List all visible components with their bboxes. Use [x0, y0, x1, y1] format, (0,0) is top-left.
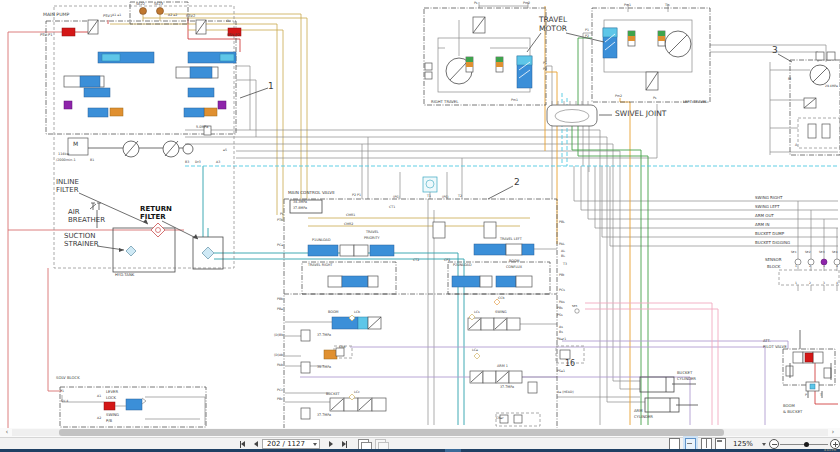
diagram-label: PCc	[277, 389, 283, 392]
diagram-label: a5	[223, 149, 227, 152]
diagram-label: P1	[585, 29, 589, 32]
diagram-label: SE3	[819, 251, 825, 254]
diagram-label: PAb	[277, 364, 283, 367]
page-dropdown-caret-icon[interactable]	[312, 439, 318, 449]
diagram-label: 37.7MPa	[317, 414, 331, 417]
diagram-label: SWIVEL JOINT	[615, 110, 666, 118]
diagram-label: PAs	[559, 301, 565, 304]
diagram-label: BL	[561, 255, 565, 258]
diagram-label: T3	[563, 263, 567, 266]
zoom-out-button[interactable]	[769, 439, 779, 449]
diagram-label: (D)Ab	[274, 354, 283, 357]
diagram-label: M	[788, 78, 791, 82]
diagram-label: STRAINER	[64, 241, 99, 248]
diagram-label: CONFLUX	[506, 266, 522, 269]
diagram-label: LCb	[354, 311, 360, 314]
diagram-label: HYD.TANK	[115, 273, 134, 277]
diagram-label: T1	[427, 195, 431, 198]
diagram-label: FILTER	[140, 214, 166, 221]
diagram-label: 4	[836, 282, 838, 285]
diagram-label: SE1	[791, 251, 797, 254]
diagram-label: (PS)	[393, 196, 399, 199]
previous-page-button[interactable]	[251, 439, 260, 449]
diagram-label: BREATHER	[68, 217, 105, 224]
continuous-view-button[interactable]	[684, 439, 696, 449]
diagram-label: Dr3	[195, 161, 201, 164]
diagram-label: Pm1	[511, 99, 518, 102]
diagram-label: ARM	[634, 409, 643, 413]
diagram-label: PCs	[559, 289, 565, 292]
diagram-label: LOCK	[106, 396, 116, 400]
diagram-label: P2	[543, 68, 547, 71]
fit-width-view-button[interactable]	[714, 439, 726, 449]
diagram-label: P1UNLOAD	[312, 239, 331, 242]
diagram-label: 37.7MPa	[500, 386, 514, 389]
diagram-label: P2UNLOAD	[453, 264, 472, 267]
last-page-button[interactable]	[338, 439, 351, 449]
diagram-label: SE5	[572, 305, 577, 308]
diagram-label: AIR	[68, 209, 80, 216]
scroll-left-button[interactable]: ‹	[2, 428, 12, 437]
diagram-label: PBL	[559, 221, 565, 224]
diagram-label: P	[805, 394, 807, 397]
diagram-label: 2	[514, 178, 520, 187]
diagram-label: BOOM	[509, 260, 520, 263]
zoom-slider[interactable]	[780, 444, 828, 445]
scrollbar-thumb[interactable]	[59, 429, 724, 436]
diagram-label: CYLINDER	[677, 377, 696, 381]
diagram-label: CRb	[339, 346, 345, 349]
diagram-label: PSV2	[186, 15, 195, 19]
diagram-label: CRar	[496, 417, 504, 420]
next-view-button[interactable]	[374, 439, 387, 449]
diagram-label: CT2	[413, 259, 419, 262]
diagram-label: TRAVEL	[366, 231, 379, 234]
diagram-label: As	[559, 326, 563, 329]
diagram-label: PCa	[277, 244, 283, 247]
diagram-label: 1	[268, 82, 274, 91]
diagram-label: SWING	[495, 311, 507, 314]
diagram-label: INLINE	[56, 179, 79, 186]
diagram-label: 4	[836, 265, 838, 268]
diagram-label: A1 a1	[112, 14, 121, 17]
zoom-dropdown-caret-icon[interactable]	[761, 439, 767, 449]
diagram-label: FILTER	[56, 187, 79, 194]
diagram-label: BOOM	[783, 404, 795, 408]
diagram-label: TRAVEL RIGHT	[308, 264, 332, 267]
next-page-button[interactable]	[326, 439, 335, 449]
diagram-label: 1	[795, 265, 797, 268]
diagram-label: AL	[561, 250, 565, 253]
diagram-label: M	[73, 141, 78, 147]
diagram-label: SE2	[805, 251, 811, 254]
diagram-label: ARM IN	[755, 223, 769, 227]
diagram-label: RIGHT TRAVEL	[431, 100, 458, 104]
diagram-label: BUCKET	[326, 393, 340, 396]
diagram-label: ATT.	[763, 339, 771, 343]
diagram-label: PBb	[277, 298, 283, 301]
previous-view-button[interactable]	[357, 439, 370, 449]
diagram-label: CT1	[389, 206, 395, 209]
diagram-label: LCc	[354, 391, 360, 394]
scroll-right-button[interactable]: ›	[828, 428, 838, 437]
diagram-label: 29.4MPa	[825, 85, 838, 88]
diagram-label: 3	[772, 46, 778, 55]
zoom-in-button[interactable]	[830, 439, 840, 449]
horizontal-scrollbar[interactable]: ‹ ›	[0, 428, 840, 437]
diagram-label: SENSOR	[765, 258, 782, 262]
diagram-label: MAIN PUMP	[43, 13, 69, 18]
diagram-label: 3	[823, 265, 825, 268]
diagram-label: ARM OUT	[755, 214, 774, 218]
diagram-label: Ps	[653, 97, 657, 100]
diagram-label: LEFT TRAVEL	[683, 100, 707, 104]
diagram-label: A	[795, 144, 797, 147]
single-page-view-button[interactable]	[668, 439, 680, 449]
diagram-label: PBa	[277, 308, 283, 311]
diagram-label: B3	[185, 161, 189, 164]
diagram-label: MAIN CONTROL VALVE	[288, 191, 335, 195]
diagram-label: CL	[226, 20, 230, 23]
first-page-button[interactable]	[236, 439, 249, 449]
facing-view-button[interactable]	[700, 439, 712, 449]
diagram-label: Tin	[665, 4, 670, 7]
diagram-label: RETURN	[140, 206, 172, 213]
zoom-level-label[interactable]: 125%	[733, 440, 753, 448]
zoom-slider-thumb[interactable]	[804, 442, 809, 447]
